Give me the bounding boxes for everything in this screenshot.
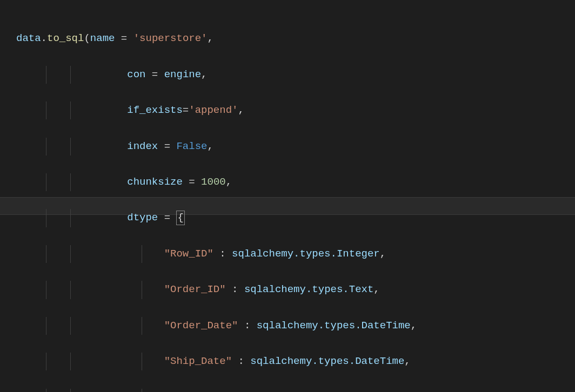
code-line[interactable]: con = engine, xyxy=(16,66,575,84)
code-line[interactable]: index = False, xyxy=(16,138,575,156)
dict-key: "Order_ID" xyxy=(164,283,226,295)
brace-open-matched: { xyxy=(176,211,184,225)
code-line[interactable]: "Ship_Date" : sqlalchemy.types.DateTime, xyxy=(16,353,575,370)
dict-key: "Order_Date" xyxy=(164,320,238,332)
param-name: con xyxy=(127,69,145,80)
code-line[interactable]: dtype = { xyxy=(16,209,575,227)
string-literal: 'append' xyxy=(189,104,238,116)
constant: False xyxy=(176,140,207,152)
comma: , xyxy=(208,32,213,44)
param-name: name xyxy=(90,32,115,44)
number-literal: 1000 xyxy=(201,176,226,188)
variable: data xyxy=(16,32,41,44)
variable: engine xyxy=(164,69,201,80)
param-name: dtype xyxy=(127,212,158,224)
dict-key: "Ship_Date" xyxy=(164,355,232,367)
code-line[interactable]: chunksize = 1000, xyxy=(16,173,575,191)
code-line[interactable]: "Sales" : sqlalchemy.types.Numeric, xyxy=(16,389,575,392)
string-literal: 'superstore' xyxy=(133,32,208,44)
method-name: to_sql xyxy=(47,32,84,44)
dict-value: sqlalchemy.types.Text xyxy=(244,283,373,295)
dict-key: "Row_ID" xyxy=(164,248,213,260)
param-name: if_exists xyxy=(127,104,183,116)
param-name: index xyxy=(127,140,158,152)
dict-value: sqlalchemy.types.DateTime xyxy=(257,320,411,332)
code-line[interactable]: "Order_ID" : sqlalchemy.types.Text, xyxy=(16,281,575,299)
equals: = xyxy=(115,32,133,44)
code-line[interactable]: "Order_Date" : sqlalchemy.types.DateTime… xyxy=(16,317,575,335)
dot: . xyxy=(41,32,47,44)
dict-value: sqlalchemy.types.DateTime xyxy=(250,355,404,367)
code-editor[interactable]: data.to_sql(name = 'superstore', con = e… xyxy=(16,12,575,392)
param-name: chunksize xyxy=(127,176,183,188)
code-line[interactable]: "Row_ID" : sqlalchemy.types.Integer, xyxy=(16,245,575,263)
paren-open: ( xyxy=(84,32,90,44)
code-line[interactable]: if_exists='append', xyxy=(16,102,575,119)
dict-value: sqlalchemy.types.Integer xyxy=(232,248,380,260)
code-line[interactable]: data.to_sql(name = 'superstore', xyxy=(16,30,575,48)
